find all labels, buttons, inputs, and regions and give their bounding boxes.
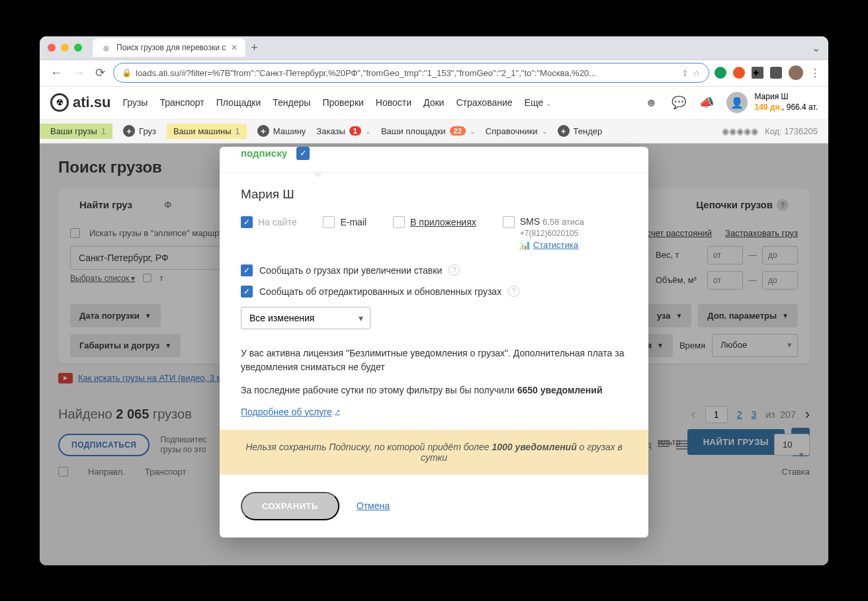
megaphone-icon[interactable]: 📣 xyxy=(699,95,715,110)
subheader-right: ◉◉◉◉◉ Код: 1736205 xyxy=(722,126,818,136)
chevron-down-icon: ⌄ xyxy=(542,128,547,135)
nav-tenders[interactable]: Тендеры xyxy=(273,97,310,108)
nav-transport[interactable]: Транспорт xyxy=(159,97,204,108)
orders-link[interactable]: Заказы 1 ⌄ xyxy=(316,126,370,136)
new-tab-button[interactable]: + xyxy=(251,41,258,55)
add-truck-button[interactable]: +Машину xyxy=(257,125,306,137)
star-icon[interactable]: ☆ xyxy=(693,68,701,78)
platforms-link[interactable]: Ваши площадки 22 ⌄ xyxy=(381,126,475,136)
checkbox-icon xyxy=(503,216,515,228)
chart-icon: 📊 xyxy=(520,240,531,250)
user-balance: 966.4 ат. xyxy=(787,102,818,112)
subscribe-toggle[interactable]: ✓ xyxy=(296,147,310,160)
checkbox-icon xyxy=(241,216,253,228)
browser-tab[interactable]: ◎ Поиск грузов для перевозки с ✕ xyxy=(93,38,245,57)
subheader: Ваши грузы 1 +Груз Ваши машины 1 +Машину… xyxy=(40,120,828,143)
titlebar: ◎ Поиск грузов для перевозки с ✕ + ⌄ xyxy=(40,36,828,60)
opt-sms[interactable]: SMS 6,58 атиса +7(812)6020105 📊Статистик… xyxy=(503,216,584,250)
forward-button[interactable]: → xyxy=(70,63,87,83)
your-trucks[interactable]: Ваши машины 1 xyxy=(167,124,247,139)
profile-avatar-icon[interactable] xyxy=(789,65,803,80)
help-icon[interactable]: ? xyxy=(449,264,460,276)
nav-docs[interactable]: Доки xyxy=(423,97,444,108)
cancel-link[interactable]: Отмена xyxy=(357,501,390,511)
sms-phone: +7(812)6020105 xyxy=(520,229,584,238)
chevron-down-icon: ⌄ xyxy=(470,128,475,135)
your-loads[interactable]: Ваши грузы 1 xyxy=(40,124,112,139)
user-text: Мария Ш 149 дн., 966.4 ат. xyxy=(754,92,818,112)
extensions-menu-icon[interactable]: ✦ xyxy=(752,67,763,79)
reload-button[interactable]: ⟳ xyxy=(93,63,108,83)
help-icon[interactable]: ? xyxy=(508,286,519,297)
share-icon[interactable]: ⇧ xyxy=(681,68,689,78)
nav-more[interactable]: Еще ⌄ xyxy=(525,97,551,108)
opt-rate-increase[interactable]: Сообщать о грузах при увеличении ставки? xyxy=(241,264,627,276)
chat-icon[interactable]: 💬 xyxy=(671,95,687,110)
notify-channels: На сайте E-mail В приложениях SMS 6,58 а… xyxy=(241,216,627,250)
maximize-window-icon[interactable] xyxy=(74,44,82,52)
tab-close-icon[interactable]: ✕ xyxy=(231,43,238,52)
app-header: ☢ ati.su Грузы Транспорт Площадки Тендер… xyxy=(40,87,828,120)
references-link[interactable]: Справочники ⌄ xyxy=(486,126,547,136)
page-body: Поиск грузов Найти груз Ф Цепочки грузов… xyxy=(40,143,828,565)
minimize-window-icon[interactable] xyxy=(61,44,69,52)
lock-icon: 🔒 xyxy=(122,68,132,77)
user-name: Мария Ш xyxy=(754,92,818,102)
browser-window: ◎ Поиск грузов для перевозки с ✕ + ⌄ ← →… xyxy=(40,36,828,565)
back-button[interactable]: ← xyxy=(48,63,65,83)
tab-title: Поиск грузов для перевозки с xyxy=(116,43,226,52)
changes-select[interactable]: Все изменения xyxy=(241,307,370,329)
rating-icons: ◉◉◉◉◉ xyxy=(722,126,758,136)
modal-body: Мария Ш На сайте E-mail В приложениях SM… xyxy=(220,173,648,430)
chrome-menu-icon[interactable]: ⋮ xyxy=(810,67,820,79)
orders-badge: 1 xyxy=(349,126,361,136)
extensions: ✦ ⋮ xyxy=(715,65,820,80)
plus-icon: + xyxy=(123,125,135,137)
chevron-down-icon: ⌄ xyxy=(546,100,551,107)
pointer-icon xyxy=(312,172,323,178)
logo-icon: ☢ xyxy=(50,93,69,112)
add-tender-button[interactable]: +Тендер xyxy=(558,125,603,137)
opt-email[interactable]: E-mail xyxy=(323,216,367,228)
modal-user-name: Мария Ш xyxy=(241,187,627,202)
modal-header: подписку ✓ xyxy=(220,147,648,173)
extension-icon[interactable] xyxy=(715,67,726,79)
address-bar[interactable]: 🔒 loads.ati.su/#?filter=%7B"from":"Санкт… xyxy=(113,63,709,83)
logo[interactable]: ☢ ati.su xyxy=(50,93,110,112)
statistics-link[interactable]: 📊Статистика xyxy=(520,240,584,250)
plus-icon: + xyxy=(257,125,269,137)
add-load-button[interactable]: +Груз xyxy=(123,125,156,137)
user-info[interactable]: 👤 Мария Ш 149 дн., 966.4 ат. xyxy=(726,92,818,113)
url-bar: ← → ⟳ 🔒 loads.ati.su/#?filter=%7B"from":… xyxy=(40,60,828,87)
tabs-dropdown-icon[interactable]: ⌄ xyxy=(812,42,820,54)
modal-footer: СОХРАНИТЬ Отмена xyxy=(220,475,648,538)
nav-platforms[interactable]: Площадки xyxy=(216,97,261,108)
checkbox-icon xyxy=(241,264,253,276)
nav-news[interactable]: Новости xyxy=(376,97,412,108)
warning-banner: Нельзя сохранить Подписку, по которой пр… xyxy=(220,430,648,475)
nav-insurance[interactable]: Страхование xyxy=(456,97,512,108)
opt-onsite[interactable]: На сайте xyxy=(241,216,296,228)
header-right: ☻ 💬 📣 👤 Мария Ш 149 дн., 966.4 ат. xyxy=(643,92,818,113)
user-avatar-icon: 👤 xyxy=(726,92,748,113)
nav-loads[interactable]: Грузы xyxy=(122,97,148,108)
nav-checks[interactable]: Проверки xyxy=(322,97,363,108)
favicon-icon: ◎ xyxy=(101,42,111,53)
save-button[interactable]: СОХРАНИТЬ xyxy=(241,492,339,520)
checkbox-icon xyxy=(241,286,253,298)
close-window-icon[interactable] xyxy=(48,44,56,52)
license-info: У вас активна лицензия "Безлимитные увед… xyxy=(241,346,627,374)
platforms-badge: 22 xyxy=(450,126,466,136)
url-text: loads.ati.su/#?filter=%7B"from":"Санкт-П… xyxy=(136,68,677,78)
company-code: Код: 1736205 xyxy=(765,126,818,136)
checkbox-icon xyxy=(393,216,405,228)
opt-edited-loads[interactable]: Сообщать об отредактированных и обновлен… xyxy=(241,286,627,298)
more-about-link[interactable]: Подробнее об услуге↗ xyxy=(241,407,340,417)
opt-app[interactable]: В приложениях xyxy=(393,216,476,228)
sms-info: SMS 6,58 атиса +7(812)6020105 📊Статистик… xyxy=(520,216,584,250)
sidepanel-icon[interactable] xyxy=(770,67,782,79)
user-days: 149 дн. xyxy=(754,102,782,112)
extension-icon[interactable] xyxy=(733,67,745,79)
subscription-modal: подписку ✓ Мария Ш На сайте E-mail В при… xyxy=(220,147,648,538)
contact-icon[interactable]: ☻ xyxy=(643,95,659,110)
